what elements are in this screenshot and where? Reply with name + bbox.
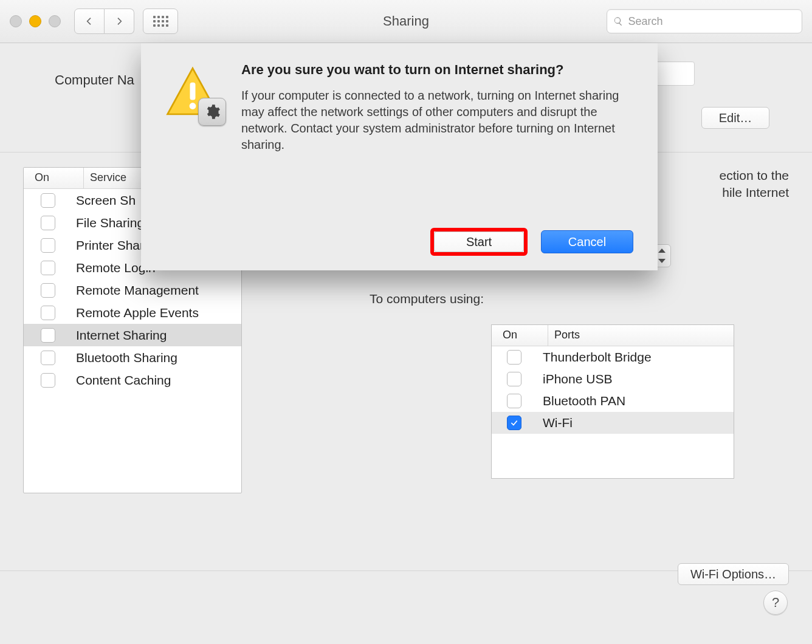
- service-checkbox[interactable]: [41, 328, 55, 343]
- service-row[interactable]: Bluetooth Sharing: [24, 346, 241, 369]
- service-label: Bluetooth Sharing: [72, 351, 241, 365]
- port-row[interactable]: Thunderbolt Bridge: [492, 346, 734, 368]
- service-label: Remote Apple Events: [72, 306, 241, 320]
- dialog-message: If your computer is connected to a netwo…: [241, 87, 633, 153]
- ports-header-on: On: [492, 325, 548, 346]
- port-checkbox[interactable]: [507, 372, 521, 386]
- port-checkbox[interactable]: [507, 416, 521, 430]
- service-checkbox[interactable]: [41, 193, 55, 208]
- svg-rect-1: [190, 83, 196, 100]
- window-controls: [10, 15, 61, 27]
- services-header-on: On: [24, 168, 84, 188]
- search-icon: [613, 16, 623, 27]
- service-label: Remote Management: [72, 283, 241, 298]
- service-row[interactable]: Content Caching: [24, 369, 241, 391]
- port-row[interactable]: Bluetooth PAN: [492, 390, 734, 412]
- service-checkbox[interactable]: [41, 283, 55, 298]
- service-label: Internet Sharing: [72, 328, 241, 343]
- sharing-prefpane-window: Sharing Computer Na Edit… On Service Scr…: [0, 0, 812, 644]
- zoom-window-button[interactable]: [49, 15, 61, 27]
- show-all-prefs-button[interactable]: [143, 9, 178, 34]
- service-label: Content Caching: [72, 373, 241, 388]
- service-checkbox[interactable]: [41, 238, 55, 253]
- service-checkbox[interactable]: [41, 351, 55, 365]
- service-checkbox[interactable]: [41, 261, 55, 275]
- wifi-options-button[interactable]: Wi-Fi Options…: [678, 563, 789, 585]
- ports-header: On Ports: [492, 325, 734, 346]
- nav-buttons: [74, 9, 134, 34]
- service-checkbox[interactable]: [41, 373, 55, 388]
- port-row[interactable]: iPhone USB: [492, 368, 734, 390]
- start-button-highlight: Start: [430, 228, 528, 256]
- port-row[interactable]: Wi-Fi: [492, 412, 734, 434]
- edit-hostname-button[interactable]: Edit…: [701, 107, 769, 129]
- service-checkbox[interactable]: [41, 216, 55, 230]
- ports-table[interactable]: On Ports Thunderbolt BridgeiPhone USBBlu…: [491, 324, 734, 479]
- titlebar: Sharing: [0, 0, 812, 43]
- service-row[interactable]: Remote Apple Events: [24, 301, 241, 324]
- port-label: Wi-Fi: [537, 416, 573, 430]
- ports-header-ports: Ports: [548, 325, 734, 346]
- start-button[interactable]: Start: [434, 231, 524, 252]
- service-row[interactable]: Remote Management: [24, 279, 241, 301]
- port-label: iPhone USB: [537, 372, 612, 386]
- close-window-button[interactable]: [10, 15, 22, 27]
- warning-icon: [165, 65, 229, 256]
- search-field[interactable]: [607, 9, 802, 33]
- confirm-internet-sharing-dialog: Are you sure you want to turn on Interne…: [141, 43, 658, 270]
- forward-button[interactable]: [105, 9, 134, 34]
- svg-point-2: [190, 103, 196, 109]
- to-computers-label: To computers using:: [266, 288, 491, 306]
- system-preferences-badge-icon: [198, 98, 226, 126]
- dialog-title: Are you sure you want to turn on Interne…: [241, 61, 633, 79]
- port-checkbox[interactable]: [507, 350, 521, 365]
- port-label: Thunderbolt Bridge: [537, 350, 652, 365]
- service-row[interactable]: Internet Sharing: [24, 324, 241, 346]
- service-checkbox[interactable]: [41, 306, 55, 320]
- computer-name-label: Computer Na: [55, 72, 134, 88]
- cancel-button[interactable]: Cancel: [541, 230, 633, 253]
- chevron-right-icon: [114, 16, 124, 26]
- port-label: Bluetooth PAN: [537, 394, 625, 408]
- grid-icon: [153, 16, 168, 27]
- minimize-window-button[interactable]: [29, 15, 41, 27]
- updown-arrows-icon: [657, 248, 667, 263]
- back-button[interactable]: [74, 9, 105, 34]
- search-input[interactable]: [627, 15, 796, 29]
- port-checkbox[interactable]: [507, 394, 521, 408]
- help-button[interactable]: ?: [763, 591, 788, 615]
- chevron-left-icon: [84, 16, 94, 26]
